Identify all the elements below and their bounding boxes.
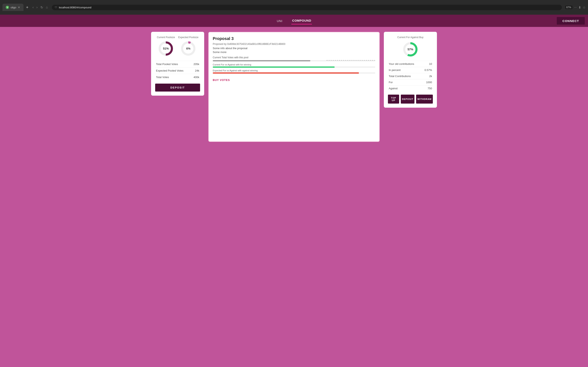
stat-value: 400k — [191, 74, 200, 81]
table-row: Total Contributions 2k — [388, 73, 433, 79]
main-content: Current Poolsize 51% Expected Poolsize — [147, 27, 441, 147]
for-vs-against-section: Current For vs Against with for winning — [213, 63, 375, 68]
donut2-label: Expected Poolsize — [178, 36, 199, 39]
total-votes-track — [213, 60, 375, 61]
total-votes-bar-section — [213, 60, 375, 61]
current-poolsize-donut: Current Poolsize 51% — [157, 36, 175, 57]
table-row: Against 750 — [388, 85, 433, 92]
donut1-chart: 51% — [158, 40, 174, 57]
browser-tab[interactable]: V oligo ✕ — [2, 4, 24, 11]
right-stats-table: Your old contributions 10 In percent 0.5… — [388, 61, 433, 91]
more-button[interactable]: ··· — [574, 6, 577, 9]
home-button[interactable]: ⌂ — [45, 5, 49, 10]
donut-row: Current Poolsize 51% Expected Poolsize — [155, 36, 200, 57]
expected-poolsize-donut: Expected Poolsize 6% — [178, 36, 199, 57]
tab-title: oligo — [11, 6, 16, 9]
against-winning-track — [213, 72, 375, 74]
deposit-button[interactable]: DEPOSIT — [155, 83, 200, 92]
donut1-value: 51% — [163, 47, 169, 50]
expected-for-against-section: Expected For vs Against with against win… — [213, 69, 375, 74]
withdraw-button[interactable]: WITHDRAW — [416, 95, 433, 104]
proposal-title: Proposal 3 — [213, 36, 375, 41]
action-buttons: TOP UP DEPOSIT WITHDRAW — [388, 95, 433, 104]
security-icon: 🛡 — [55, 6, 57, 9]
total-votes-fill — [213, 60, 310, 61]
against-winning-fill — [213, 72, 359, 74]
stat-value: 2k — [421, 73, 433, 79]
nav-link-uni[interactable]: UNI — [276, 17, 283, 24]
table-row: Expected Pooled Votes 24k — [155, 67, 200, 74]
connect-button[interactable]: CONNECT — [557, 17, 585, 25]
proposal-desc2: Some more — [213, 50, 375, 54]
stat-label: Total Pooled Votes — [155, 61, 191, 67]
right-deposit-button[interactable]: DEPOSIT — [401, 95, 415, 104]
right-donut-value: 57% — [407, 48, 413, 51]
donut2-chart: 6% — [180, 40, 196, 57]
pocket-icon[interactable]: ⬇ — [579, 6, 581, 9]
stat-value: 24k — [191, 67, 200, 74]
proposal-desc1: Some info about the proposal — [213, 47, 375, 50]
donut2-value: 6% — [186, 47, 190, 50]
forward-button[interactable]: › — [35, 5, 38, 10]
address-bar[interactable]: 🛡 localhost:8080/#/compound — [52, 5, 562, 10]
bar1-label: Current For vs Against with for winning — [213, 63, 375, 66]
for-winning-track — [213, 67, 375, 68]
stat-value: 205k — [191, 61, 200, 67]
browser-navigation: ‹ › ↻ ⌂ — [32, 5, 49, 10]
tab-close-button[interactable]: ✕ — [18, 6, 20, 9]
total-votes-dotted — [327, 60, 375, 61]
stat-value: 0.57% — [421, 67, 433, 73]
stat-value: 1000 — [421, 79, 433, 85]
back-button[interactable]: ‹ — [32, 5, 34, 10]
right-donut-container: 57% — [388, 41, 433, 58]
right-donut-chart: 57% — [402, 41, 419, 58]
left-stats-table: Total Pooled Votes 205k Expected Pooled … — [155, 61, 200, 80]
table-row: Total Votes 400k — [155, 74, 200, 81]
new-tab-button[interactable]: + — [26, 5, 28, 10]
donut1-label: Current Poolsize — [157, 36, 175, 39]
stat-label: For — [388, 79, 421, 85]
stat-value: 750 — [421, 85, 433, 92]
zoom-level: 67% — [565, 6, 572, 9]
middle-card: Proposal 3 Proposed by 0x808dc30754D2140… — [208, 32, 380, 142]
app-navigation: UNI COMPOUND CONNECT — [0, 15, 588, 27]
left-card: Current Poolsize 51% Expected Poolsize — [151, 32, 204, 96]
proposal-address: Proposed by 0x808dc30754D2140a6B1c0fB18B… — [213, 43, 375, 45]
nav-link-compound[interactable]: COMPOUND — [291, 17, 312, 25]
right-card: Current For Against Buy 57% Your old con… — [384, 32, 437, 108]
bookmark-icon[interactable]: ☆ — [583, 6, 586, 9]
browser-tools: 67% ··· ⬇ ☆ — [565, 6, 586, 9]
for-winning-fill — [213, 67, 335, 68]
table-row: Total Pooled Votes 205k — [155, 61, 200, 67]
total-votes-label: Current Total Votes with this pool — [213, 56, 375, 59]
stat-label: Against — [388, 85, 421, 92]
refresh-button[interactable]: ↻ — [40, 5, 44, 10]
url-display: localhost:8080/#/compound — [59, 6, 91, 9]
stat-label: In percent — [388, 67, 421, 73]
table-row: In percent 0.57% — [388, 67, 433, 73]
top-up-button[interactable]: TOP UP — [388, 95, 399, 104]
right-card-title: Current For Against Buy — [388, 36, 433, 39]
browser-chrome: V oligo ✕ + ‹ › ↻ ⌂ 🛡 localhost:8080/#/c… — [0, 0, 588, 15]
stat-value: 10 — [421, 61, 433, 67]
table-row: For 1000 — [388, 79, 433, 85]
bar2-label: Expected For vs Against with against win… — [213, 69, 375, 72]
buy-votes-link[interactable]: BUY VOTES — [213, 78, 230, 82]
nav-links: UNI COMPOUND — [276, 17, 312, 25]
stat-label: Expected Pooled Votes — [155, 67, 191, 74]
stat-label: Your old contributions — [388, 61, 421, 67]
stat-label: Total Votes — [155, 74, 191, 81]
table-row: Your old contributions 10 — [388, 61, 433, 67]
stat-label: Total Contributions — [388, 73, 421, 79]
tab-favicon: V — [6, 6, 9, 9]
